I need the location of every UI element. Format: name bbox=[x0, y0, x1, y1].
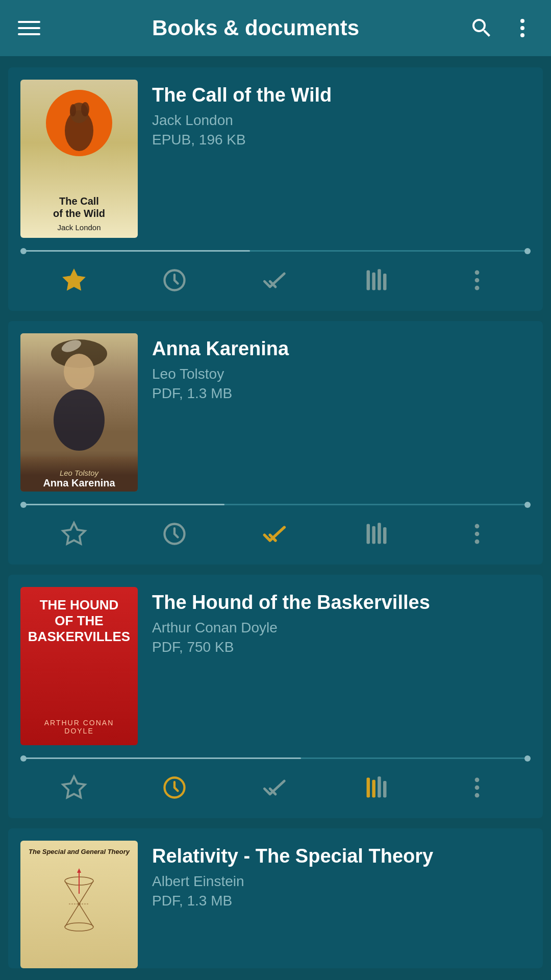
star-icon bbox=[61, 774, 87, 801]
svg-point-18 bbox=[54, 389, 105, 451]
book-meta: PDF, 750 KB bbox=[152, 639, 531, 655]
cover-hob: THE HOUNDOF THEBASKERVILLES ARTHUR CONAN… bbox=[20, 587, 138, 745]
progress-bar-fill bbox=[20, 757, 301, 759]
checkmark-icon bbox=[262, 774, 289, 801]
cover-rel: The Special and General Theory bbox=[20, 841, 138, 968]
mark-read-button[interactable] bbox=[257, 516, 294, 552]
mark-read-button[interactable] bbox=[257, 262, 294, 299]
progress-dot-left bbox=[20, 248, 27, 254]
star-icon bbox=[61, 521, 87, 547]
book-cover[interactable]: The Special and General Theory bbox=[20, 841, 138, 968]
more-vertical-icon bbox=[510, 16, 535, 40]
book-cover[interactable]: Leo Tolstoy Anna Karenina bbox=[20, 333, 138, 492]
svg-rect-9 bbox=[372, 273, 375, 290]
svg-rect-8 bbox=[366, 271, 370, 290]
book-card-top: The Special and General Theory bbox=[8, 828, 543, 968]
book-card-top: The Callof the Wild Jack London The Call… bbox=[8, 67, 543, 238]
book-cover[interactable]: The Callof the Wild Jack London bbox=[20, 80, 138, 238]
book-meta: PDF, 1.3 MB bbox=[152, 385, 531, 402]
search-icon bbox=[469, 16, 494, 40]
svg-point-24 bbox=[475, 524, 480, 529]
page-title: Books & documents bbox=[42, 16, 469, 40]
book-info: The Hound of the Baskervilles Arthur Con… bbox=[152, 587, 531, 745]
more-options-button[interactable] bbox=[459, 769, 495, 806]
library-icon bbox=[363, 521, 390, 547]
svg-point-6 bbox=[70, 104, 76, 116]
svg-point-38 bbox=[65, 923, 93, 931]
svg-rect-20 bbox=[366, 524, 370, 544]
book-card: The Callof the Wild Jack London The Call… bbox=[8, 67, 543, 311]
more-options-button[interactable] bbox=[459, 516, 495, 552]
book-info: Anna Karenina Leo Tolstoy PDF, 1.3 MB bbox=[152, 333, 531, 492]
progress-bar-container bbox=[8, 745, 543, 759]
add-to-shelf-button[interactable] bbox=[358, 769, 395, 806]
book-card: Leo Tolstoy Anna Karenina Anna Karenina … bbox=[8, 321, 543, 565]
cover-ak-author: Leo Tolstoy bbox=[43, 469, 115, 477]
cover-rel-title: The Special and General Theory bbox=[29, 848, 130, 855]
cover-ak-text-block: Leo Tolstoy Anna Karenina bbox=[39, 469, 119, 489]
book-author: Jack London bbox=[152, 112, 531, 129]
book-cover[interactable]: THE HOUNDOF THEBASKERVILLES ARTHUR CONAN… bbox=[20, 587, 138, 745]
bookmark-button[interactable] bbox=[56, 769, 92, 806]
more-vertical-icon bbox=[464, 521, 490, 547]
cover-hob-title: THE HOUNDOF THEBASKERVILLES bbox=[28, 597, 130, 645]
progress-bar-fill bbox=[20, 250, 250, 252]
book-author: Leo Tolstoy bbox=[152, 366, 531, 382]
add-to-shelf-button[interactable] bbox=[358, 262, 395, 299]
progress-bar-container bbox=[8, 238, 543, 252]
svg-rect-10 bbox=[378, 269, 381, 290]
progress-dot-right bbox=[524, 248, 531, 254]
library-icon bbox=[363, 774, 390, 801]
svg-rect-23 bbox=[383, 527, 387, 544]
hamburger-menu-button[interactable] bbox=[16, 15, 42, 41]
book-actions bbox=[8, 505, 543, 565]
svg-rect-30 bbox=[378, 776, 381, 797]
portrait-silhouette bbox=[31, 338, 128, 451]
clock-icon bbox=[161, 521, 188, 547]
menu-line bbox=[18, 27, 40, 29]
reading-history-button[interactable] bbox=[156, 769, 193, 806]
svg-point-25 bbox=[475, 532, 480, 536]
star-icon bbox=[61, 267, 87, 293]
bookmark-button[interactable] bbox=[56, 516, 92, 552]
book-card: The Special and General Theory bbox=[8, 828, 543, 968]
menu-line bbox=[18, 33, 40, 35]
search-button[interactable] bbox=[469, 16, 494, 40]
progress-bar-container bbox=[8, 492, 543, 505]
svg-rect-31 bbox=[383, 781, 387, 798]
svg-point-26 bbox=[475, 540, 480, 544]
progress-dot-right bbox=[524, 502, 531, 508]
svg-point-33 bbox=[475, 786, 480, 790]
header-actions bbox=[469, 16, 535, 40]
cover-author-text: Jack London bbox=[20, 223, 138, 232]
book-author: Albert Einstein bbox=[152, 873, 531, 890]
book-card: THE HOUNDOF THEBASKERVILLES ARTHUR CONAN… bbox=[8, 575, 543, 818]
reading-history-button[interactable] bbox=[156, 516, 193, 552]
overflow-menu-button[interactable] bbox=[510, 16, 535, 40]
svg-point-14 bbox=[475, 286, 480, 290]
book-meta: EPUB, 196 KB bbox=[152, 132, 531, 148]
svg-point-12 bbox=[475, 271, 480, 275]
checkmark-icon bbox=[262, 521, 289, 547]
svg-rect-28 bbox=[366, 778, 370, 798]
cover-ak: Leo Tolstoy Anna Karenina bbox=[20, 333, 138, 492]
progress-dot-left bbox=[20, 502, 27, 508]
cover-title-text: The Callof the Wild bbox=[20, 195, 138, 219]
book-title: Anna Karenina bbox=[152, 337, 531, 361]
cover-cotw: The Callof the Wild Jack London bbox=[20, 80, 138, 238]
book-title: The Call of the Wild bbox=[152, 84, 531, 107]
bookmark-button[interactable] bbox=[56, 262, 92, 299]
svg-point-2 bbox=[520, 33, 524, 37]
add-to-shelf-button[interactable] bbox=[358, 516, 395, 552]
progress-bar-track bbox=[20, 250, 531, 252]
more-vertical-icon bbox=[464, 267, 490, 293]
progress-dot-left bbox=[20, 755, 27, 762]
cover-hob-author: ARTHUR CONANDOYLE bbox=[44, 719, 114, 735]
mark-read-button[interactable] bbox=[257, 769, 294, 806]
more-options-button[interactable] bbox=[459, 262, 495, 299]
reading-history-button[interactable] bbox=[156, 262, 193, 299]
clock-icon bbox=[161, 267, 188, 293]
progress-bar-track bbox=[20, 757, 531, 759]
cover-ak-title: Anna Karenina bbox=[43, 477, 115, 489]
checkmark-icon bbox=[262, 267, 289, 293]
